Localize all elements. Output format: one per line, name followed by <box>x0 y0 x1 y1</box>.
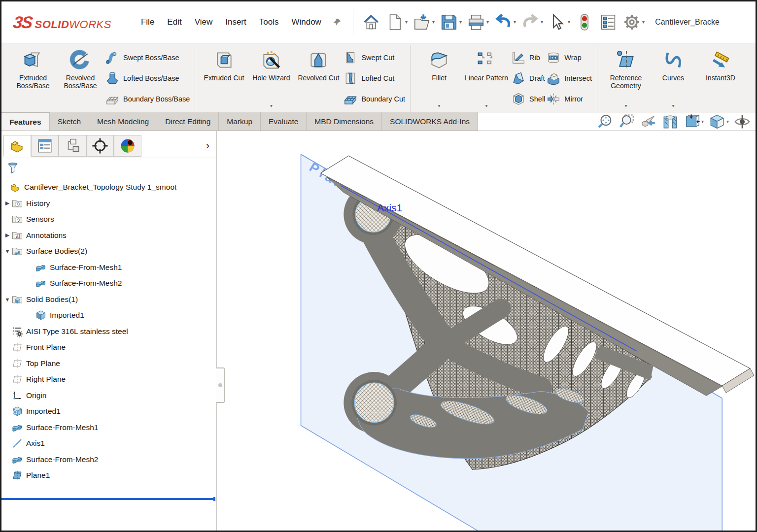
tree-item-surface-bodies-2-[interactable]: ▼Surface Bodies(2) <box>1 243 216 260</box>
print-dropdown[interactable]: ▾ <box>486 20 489 25</box>
tree-item-plane1[interactable]: Plane1 <box>1 467 216 484</box>
tree-expander[interactable]: ▶ <box>3 200 11 206</box>
tree-item-surface-from-mesh1[interactable]: Surface-From-Mesh1 <box>1 260 216 276</box>
swept-cut-button[interactable]: Swept Cut <box>343 49 405 66</box>
instant3d-button[interactable]: Instant3D <box>697 46 744 109</box>
filter-funnel-icon[interactable] <box>6 162 19 174</box>
paneltab-featuremanager-tree[interactable] <box>3 135 31 157</box>
hole-wizard-flyout[interactable]: ▾ <box>270 103 273 109</box>
display-style-button[interactable]: ▾ <box>709 113 729 130</box>
select-dropdown[interactable]: ▾ <box>568 20 570 25</box>
wrap-button[interactable]: Wrap <box>546 49 592 66</box>
tree-item-front-plane[interactable]: Front Plane <box>1 339 216 356</box>
lofted-boss-base-button[interactable]: Lofted Boss/Base <box>105 70 190 87</box>
boundary-cut-button[interactable]: Boundary Cut <box>343 91 405 107</box>
fillet-flyout[interactable]: ▾ <box>438 103 441 109</box>
tree-root-item[interactable]: Cantilever_Bracket_Topology Study 1_smoo… <box>1 179 216 196</box>
zoom-to-area-button[interactable] <box>619 113 635 130</box>
reference-geometry-button[interactable]: Reference Geometry▾ <box>602 46 650 109</box>
tree-item-surface-from-mesh2[interactable]: Surface-From-Mesh2 <box>1 452 216 468</box>
pin-icon[interactable] <box>332 17 342 27</box>
paneltab-dimxpert-manager[interactable] <box>86 135 114 157</box>
graphics-viewport[interactable]: Plane1 <box>217 131 756 531</box>
tree-item-origin[interactable]: Origin <box>1 388 216 404</box>
boundary-boss-base-button[interactable]: Boundary Boss/Base <box>105 91 190 107</box>
tab-markup[interactable]: Markup <box>219 112 261 131</box>
fillet-button[interactable]: Fillet▾ <box>415 46 463 109</box>
paneltab-configuration-manager[interactable] <box>59 135 86 157</box>
section-view-button[interactable] <box>662 113 679 130</box>
print-button[interactable]: ▾ <box>465 11 490 33</box>
tree-item-sensors[interactable]: Sensors <box>1 211 216 228</box>
rollback-bar[interactable] <box>1 498 215 500</box>
menu-view[interactable]: View <box>195 17 213 27</box>
revolved-cut-button[interactable]: Revolved Cut <box>295 46 342 109</box>
draft-button[interactable]: Draft <box>511 70 545 87</box>
save-dropdown[interactable]: ▾ <box>459 20 462 25</box>
tree-item-right-plane[interactable]: Right Plane <box>1 371 216 388</box>
tab-direct-editing[interactable]: Direct Editing <box>157 112 219 131</box>
tree-item-imported1[interactable]: Imported1 <box>1 403 216 420</box>
tree-item-surface-from-mesh2[interactable]: Surface-From-Mesh2 <box>1 275 216 292</box>
menu-window[interactable]: Window <box>291 17 321 27</box>
options-button[interactable]: ▾ <box>621 11 646 33</box>
tab-evaluate[interactable]: Evaluate <box>261 112 307 131</box>
paneltab-property-manager[interactable] <box>31 135 59 157</box>
menu-file[interactable]: File <box>141 17 154 27</box>
home-button[interactable] <box>360 11 382 33</box>
tree-item-imported1[interactable]: Imported1 <box>1 307 216 324</box>
options-dropdown[interactable]: ▾ <box>642 20 645 25</box>
redo-dropdown[interactable]: ▾ <box>541 20 543 25</box>
linear-pattern-flyout[interactable]: ▾ <box>485 103 488 109</box>
extruded-boss-base-button[interactable]: Extruded Boss/Base <box>9 46 57 109</box>
undo-button[interactable]: ▾ <box>492 11 517 33</box>
tree-expander[interactable]: ▶ <box>3 232 11 238</box>
previous-view-button[interactable] <box>640 113 657 130</box>
tree-expander[interactable]: ▼ <box>3 297 11 302</box>
revolved-boss-base-button[interactable]: Revolved Boss/Base <box>57 46 104 109</box>
rib-button[interactable]: Rib <box>511 49 545 66</box>
redo-button[interactable]: ▾ <box>519 11 545 33</box>
lofted-cut-button[interactable]: Lofted Cut <box>343 70 405 87</box>
new-document-dropdown[interactable]: ▾ <box>405 20 408 25</box>
open-button[interactable]: ▾ <box>411 11 436 33</box>
tab-mesh-modeling[interactable]: Mesh Modeling <box>89 112 157 131</box>
open-dropdown[interactable]: ▾ <box>432 20 435 25</box>
new-document-button[interactable]: ▾ <box>384 11 409 33</box>
tree-item-history[interactable]: ▶History <box>1 196 216 212</box>
view-orientation-button[interactable]: ▾ <box>684 113 704 130</box>
tree-expander[interactable]: ▼ <box>3 248 11 254</box>
menu-edit[interactable]: Edit <box>167 17 181 27</box>
shell-button[interactable]: Shell <box>511 91 545 107</box>
tab-sketch[interactable]: Sketch <box>50 112 89 131</box>
tree-item-axis1[interactable]: Axis1 <box>1 435 216 452</box>
menu-insert[interactable]: Insert <box>225 17 246 27</box>
swept-boss-base-button[interactable]: Swept Boss/Base <box>105 49 190 66</box>
panel-expand-chevron[interactable]: › <box>206 139 209 152</box>
select-button[interactable]: ▾ <box>547 11 572 33</box>
tree-item-surface-from-mesh1[interactable]: Surface-From-Mesh1 <box>1 420 216 436</box>
paneltab-display-manager[interactable] <box>114 135 141 157</box>
curves-button[interactable]: Curves▾ <box>650 46 697 109</box>
hide-show-items-button[interactable] <box>734 113 751 130</box>
curves-flyout[interactable]: ▾ <box>672 103 674 109</box>
tab-mbd-dimensions[interactable]: MBD Dimensions <box>307 112 382 131</box>
rebuild-traffic-light-button[interactable] <box>574 11 595 33</box>
save-button[interactable]: ▾ <box>438 11 463 33</box>
view-orientation-dropdown[interactable]: ▾ <box>701 119 704 124</box>
zoom-to-fit-button[interactable] <box>597 113 614 130</box>
tree-item-aisi-type-316l-stainless-steel[interactable]: AISI Type 316L stainless steel <box>1 324 216 340</box>
file-properties-button[interactable] <box>597 11 619 33</box>
reference-geometry-flyout[interactable]: ▾ <box>624 103 627 109</box>
extruded-cut-button[interactable]: Extruded Cut <box>200 46 247 109</box>
tab-features[interactable]: Features <box>1 112 50 131</box>
tab-solidworks-add-ins[interactable]: SOLIDWORKS Add-Ins <box>382 112 478 131</box>
intersect-button[interactable]: Intersect <box>546 70 592 87</box>
linear-pattern-button[interactable]: Linear Pattern▾ <box>463 46 510 109</box>
tree-item-top-plane[interactable]: Top Plane <box>1 356 216 372</box>
tree-item-solid-bodies-1-[interactable]: ▼Solid Bodies(1) <box>1 292 216 308</box>
tree-item-annotations[interactable]: ▶Annotations <box>1 228 216 244</box>
display-style-dropdown[interactable]: ▾ <box>726 119 729 124</box>
menu-tools[interactable]: Tools <box>259 17 279 27</box>
mirror-button[interactable]: Mirror <box>546 91 592 107</box>
